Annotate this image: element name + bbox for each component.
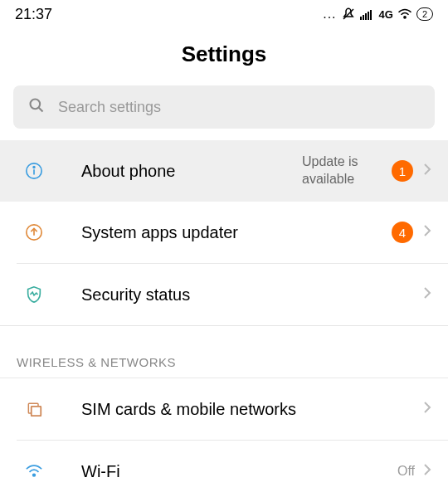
svg-point-6 [404, 17, 406, 18]
settings-item-sim-cards[interactable]: SIM cards & mobile networks [0, 378, 448, 440]
svg-point-11 [33, 167, 35, 168]
sim-icon [23, 401, 45, 417]
item-label: Wi-Fi [81, 462, 397, 481]
item-label: Security status [81, 285, 423, 305]
svg-rect-4 [368, 12, 369, 20]
battery-icon: 2 [416, 7, 433, 21]
svg-line-8 [39, 108, 43, 112]
svg-rect-3 [365, 13, 367, 20]
update-badge: 4 [392, 222, 413, 243]
title-section: Settings [0, 27, 448, 85]
status-bar: 21:37 ... 4G 2 [0, 0, 448, 27]
settings-item-security-status[interactable]: Security status [0, 264, 448, 325]
shield-icon [23, 285, 45, 304]
svg-rect-5 [370, 10, 372, 20]
svg-rect-1 [360, 17, 362, 20]
chevron-right-icon [423, 401, 431, 417]
item-subtext: Update is available [302, 153, 377, 188]
svg-line-0 [343, 9, 353, 19]
status-icons: ... 4G 2 [323, 7, 433, 22]
chevron-right-icon [423, 224, 431, 241]
settings-item-about-phone[interactable]: About phone Update is available 1 [0, 140, 448, 202]
search-input[interactable]: Search settings [13, 85, 435, 129]
wifi-icon [23, 464, 45, 479]
status-time: 21:37 [15, 6, 52, 23]
update-badge: 1 [392, 160, 413, 182]
more-icon: ... [323, 7, 336, 22]
signal-icon [360, 8, 375, 20]
mute-icon [341, 7, 356, 22]
svg-point-7 [31, 100, 41, 110]
search-placeholder: Search settings [58, 99, 161, 116]
item-label: SIM cards & mobile networks [81, 400, 423, 419]
svg-rect-2 [363, 15, 364, 20]
updater-icon [23, 223, 45, 241]
section-header-wireless: WIRELESS & NETWORKS [0, 344, 448, 378]
settings-item-system-apps-updater[interactable]: System apps updater 4 [0, 202, 448, 263]
chevron-right-icon [423, 163, 431, 179]
chevron-right-icon [423, 463, 431, 480]
settings-item-wifi[interactable]: Wi-Fi Off [0, 441, 448, 497]
svg-point-17 [33, 474, 36, 476]
item-label: About phone [81, 162, 302, 181]
network-label: 4G [379, 8, 393, 21]
page-title: Settings [0, 41, 448, 67]
search-icon [28, 97, 45, 117]
item-label: System apps updater [81, 223, 392, 242]
chevron-right-icon [423, 286, 431, 303]
info-icon [23, 162, 45, 180]
item-value: Off [397, 464, 415, 479]
svg-rect-15 [32, 407, 41, 417]
wifi-icon [397, 8, 412, 20]
section-gap [0, 325, 448, 344]
